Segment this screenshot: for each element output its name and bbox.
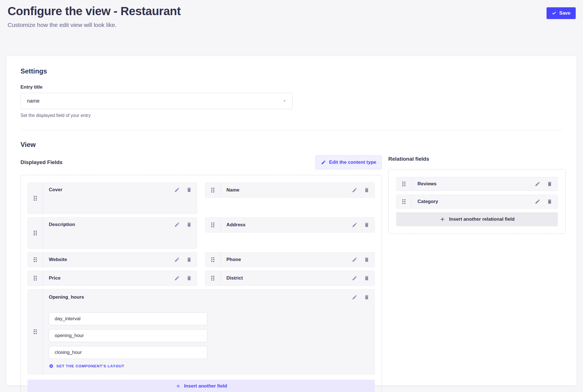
drag-handle-icon[interactable] bbox=[28, 183, 43, 214]
delete-field-icon[interactable] bbox=[186, 275, 192, 281]
insert-another-field-button[interactable]: Insert another field bbox=[27, 380, 375, 392]
entry-title-hint: Set the displayed field of your entry bbox=[20, 113, 563, 118]
component-label: Opening_hours bbox=[49, 294, 352, 300]
entry-title-select-value: name bbox=[27, 98, 40, 104]
edit-field-icon[interactable] bbox=[535, 199, 540, 204]
plus-icon bbox=[175, 383, 181, 389]
subfield-label: opening_hour bbox=[55, 333, 84, 338]
field-card-body: Cover bbox=[43, 183, 197, 214]
displayed-fields-dropzone: Cover Name bbox=[20, 175, 382, 392]
relational-field-reviews[interactable]: Reviews bbox=[396, 177, 558, 191]
field-label: Cover bbox=[49, 187, 174, 193]
displayed-fields-header: Displayed Fields Edit the content type bbox=[20, 155, 382, 169]
subfield-day-interval[interactable]: day_interval bbox=[49, 312, 207, 325]
configure-view-card: Settings Entry title name Set the displa… bbox=[6, 56, 577, 386]
field-card-price[interactable]: Price bbox=[27, 271, 197, 286]
view-body: Displayed Fields Edit the content type bbox=[20, 155, 563, 392]
field-card-name[interactable]: Name bbox=[205, 183, 375, 198]
edit-field-icon[interactable] bbox=[535, 181, 540, 187]
delete-field-icon[interactable] bbox=[364, 294, 369, 300]
field-card-body: Website bbox=[43, 252, 197, 267]
settings-section-title: Settings bbox=[20, 67, 563, 75]
insert-another-field-label: Insert another field bbox=[184, 383, 227, 389]
field-card-website[interactable]: Website bbox=[27, 252, 197, 267]
delete-field-icon[interactable] bbox=[547, 181, 552, 187]
edit-field-icon[interactable] bbox=[352, 257, 357, 262]
field-label: Name bbox=[226, 187, 352, 193]
field-row: Description Address bbox=[27, 217, 375, 249]
set-component-layout-button[interactable]: SET THE COMPONENT'S LAYOUT bbox=[49, 364, 124, 368]
delete-field-icon[interactable] bbox=[364, 257, 369, 262]
edit-field-icon[interactable] bbox=[174, 222, 180, 227]
subfield-label: closing_hour bbox=[55, 350, 82, 355]
delete-field-icon[interactable] bbox=[186, 187, 192, 193]
insert-another-relational-field-button[interactable]: Insert another relational field bbox=[396, 212, 558, 226]
page-header: Configure the view - Restaurant Customiz… bbox=[0, 0, 583, 56]
delete-field-icon[interactable] bbox=[186, 222, 192, 227]
relational-field-label: Reviews bbox=[417, 181, 535, 187]
relational-fields-title: Relational fields bbox=[388, 156, 566, 162]
delete-field-icon[interactable] bbox=[186, 257, 192, 262]
delete-field-icon[interactable] bbox=[364, 187, 369, 193]
gear-icon bbox=[49, 364, 54, 368]
displayed-fields-column: Displayed Fields Edit the content type bbox=[20, 155, 382, 392]
edit-content-type-label: Edit the content type bbox=[329, 160, 376, 165]
field-row: Cover Name bbox=[27, 183, 375, 214]
field-label: Website bbox=[49, 257, 174, 262]
drag-handle-icon[interactable] bbox=[205, 218, 221, 232]
edit-field-icon[interactable] bbox=[352, 294, 357, 300]
relational-field-category[interactable]: Category bbox=[396, 195, 558, 209]
delete-field-icon[interactable] bbox=[364, 275, 369, 281]
field-card-body: Description bbox=[43, 218, 197, 248]
drag-handle-icon[interactable] bbox=[205, 252, 221, 267]
drag-handle-icon[interactable] bbox=[28, 289, 43, 374]
field-card-body: District bbox=[221, 271, 375, 285]
field-card-cover[interactable]: Cover bbox=[27, 183, 197, 214]
delete-field-icon[interactable] bbox=[364, 222, 369, 228]
component-subfields: day_interval opening_hour closing_hour bbox=[49, 312, 369, 359]
subfield-label: day_interval bbox=[55, 316, 81, 322]
component-body: Opening_hours day_interval opening_hour … bbox=[43, 289, 375, 374]
section-divider bbox=[20, 130, 563, 130]
relational-field-body: Reviews bbox=[412, 177, 557, 191]
drag-handle-icon[interactable] bbox=[396, 195, 412, 208]
page-title: Configure the view - Restaurant bbox=[8, 4, 181, 18]
pencil-icon bbox=[321, 160, 326, 165]
field-label: Price bbox=[49, 275, 174, 281]
delete-field-icon[interactable] bbox=[547, 199, 552, 204]
edit-field-icon[interactable] bbox=[352, 275, 357, 281]
page-subtitle: Customize how the edit view will look li… bbox=[8, 22, 181, 28]
drag-handle-icon[interactable] bbox=[28, 271, 43, 285]
field-card-district[interactable]: District bbox=[205, 271, 375, 286]
subfield-closing-hour[interactable]: closing_hour bbox=[49, 346, 207, 359]
field-row: Website Phone bbox=[27, 252, 375, 267]
edit-field-icon[interactable] bbox=[174, 187, 180, 193]
insert-another-relational-field-label: Insert another relational field bbox=[449, 216, 515, 222]
drag-handle-icon[interactable] bbox=[28, 252, 43, 267]
edit-content-type-button[interactable]: Edit the content type bbox=[315, 155, 382, 169]
field-label: Description bbox=[49, 222, 174, 227]
drag-handle-icon[interactable] bbox=[28, 218, 43, 248]
drag-handle-icon[interactable] bbox=[205, 183, 221, 197]
relational-field-label: Category bbox=[417, 199, 535, 204]
edit-field-icon[interactable] bbox=[352, 222, 357, 228]
check-icon bbox=[552, 11, 556, 15]
field-card-body: Phone bbox=[221, 252, 375, 267]
page-header-text: Configure the view - Restaurant Customiz… bbox=[8, 4, 181, 28]
subfield-opening-hour[interactable]: opening_hour bbox=[49, 329, 207, 342]
field-label: District bbox=[226, 275, 352, 281]
edit-field-icon[interactable] bbox=[352, 187, 357, 193]
component-card-opening-hours[interactable]: Opening_hours day_interval opening_hour … bbox=[27, 289, 375, 374]
field-card-address[interactable]: Address bbox=[205, 217, 375, 232]
entry-title-select[interactable]: name bbox=[20, 93, 293, 109]
drag-handle-icon[interactable] bbox=[396, 177, 412, 191]
save-button[interactable]: Save bbox=[547, 7, 576, 19]
edit-field-icon[interactable] bbox=[174, 257, 180, 262]
field-card-description[interactable]: Description bbox=[27, 217, 197, 249]
drag-handle-icon[interactable] bbox=[205, 271, 221, 285]
relational-field-body: Category bbox=[412, 195, 557, 208]
edit-field-icon[interactable] bbox=[174, 275, 180, 281]
entry-title-label: Entry title bbox=[20, 84, 563, 90]
field-card-phone[interactable]: Phone bbox=[205, 252, 375, 267]
plus-icon bbox=[439, 216, 446, 222]
